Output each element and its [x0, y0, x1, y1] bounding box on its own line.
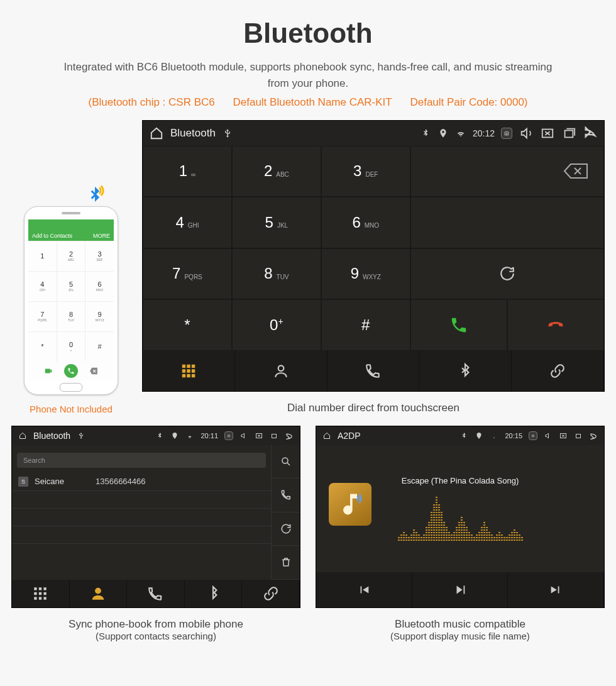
contact-initial: S: [18, 477, 28, 487]
call-button[interactable]: [410, 299, 507, 351]
tab-bluetooth[interactable]: [419, 351, 512, 391]
side-call-button[interactable]: [271, 479, 300, 512]
svg-rect-23: [35, 597, 37, 599]
dial-key-0[interactable]: 0+: [232, 299, 321, 351]
search-input[interactable]: Search: [17, 453, 266, 468]
phone-key: 7PQRS: [28, 302, 57, 331]
svg-point-12: [278, 365, 283, 371]
side-search-button[interactable]: [271, 445, 300, 479]
back-icon[interactable]: [589, 431, 598, 440]
phonebook-screen: Bluetooth 20:11 Search S Seicane: [11, 426, 300, 608]
phone-key: 8TUV: [57, 302, 86, 331]
svg-point-27: [532, 435, 534, 436]
side-delete-button[interactable]: [271, 546, 300, 580]
volume-icon[interactable]: [239, 431, 248, 440]
redial-button[interactable]: [410, 248, 604, 300]
svg-rect-5: [192, 365, 194, 367]
svg-rect-8: [192, 370, 194, 372]
phone-key: 3DEF: [85, 241, 114, 271]
svg-rect-21: [39, 592, 41, 595]
tab-contacts[interactable]: [235, 351, 327, 391]
dial-key-1[interactable]: 1∞: [143, 146, 232, 197]
dial-key-6[interactable]: 6MNO: [321, 197, 410, 248]
tab-pair[interactable]: [242, 580, 300, 607]
dialer-caption: Dial number direct from touchscreen: [142, 392, 605, 414]
usb-icon: [77, 431, 85, 440]
equalizer-visual: [360, 490, 561, 541]
wifi-icon: [490, 431, 498, 440]
phone-key: 1: [28, 241, 57, 271]
contact-row[interactable]: S Seicane 13566664466: [12, 473, 271, 491]
svg-rect-17: [35, 587, 37, 590]
dial-key-8[interactable]: 8TUV: [232, 248, 321, 300]
dial-key-#[interactable]: #: [321, 299, 410, 351]
tab-recent[interactable]: [127, 580, 185, 607]
contact-row-empty: [12, 544, 271, 562]
status-time: 20:11: [201, 432, 218, 440]
screenshot-icon[interactable]: [501, 128, 512, 139]
backspace-icon: [89, 367, 98, 375]
phone-header-left: Add to Contacts: [32, 233, 72, 239]
svg-rect-9: [182, 374, 185, 377]
dialer-screen: Bluetooth 20:12 1∞2ABC3DEF4GHI5JKL6MNO7P…: [142, 120, 605, 392]
hangup-button[interactable]: [507, 299, 604, 351]
svg-rect-20: [35, 592, 37, 595]
tab-pair[interactable]: [512, 351, 604, 391]
svg-rect-7: [187, 370, 190, 372]
album-art-icon: [329, 483, 371, 526]
svg-rect-11: [192, 374, 194, 377]
volume-icon[interactable]: [544, 431, 553, 440]
phone-call-button: [64, 364, 78, 378]
svg-rect-25: [44, 597, 47, 599]
dial-key-2[interactable]: 2ABC: [232, 146, 321, 197]
tab-contacts[interactable]: [70, 580, 128, 607]
contact-row-empty: [12, 509, 271, 526]
dial-key-9[interactable]: 9WXYZ: [321, 248, 410, 300]
back-icon[interactable]: [285, 431, 294, 440]
recent-apps-icon[interactable]: [270, 431, 278, 440]
prev-button[interactable]: [316, 572, 412, 607]
backspace-icon[interactable]: [563, 163, 588, 179]
phone-mockup: Add to Contacts MORE 12ABC3DEF4GHI5JKL6M…: [11, 185, 131, 414]
dial-key-4[interactable]: 4GHI: [143, 197, 232, 248]
video-icon: [44, 367, 53, 375]
home-icon[interactable]: [149, 126, 164, 141]
phone-key: 6MNO: [85, 272, 114, 301]
play-pause-button[interactable]: [412, 572, 509, 607]
tab-keypad[interactable]: [143, 351, 235, 391]
a2dp-caption: Bluetooth music compatible: [316, 618, 605, 631]
phone-key: 5JKL: [57, 272, 86, 301]
dial-key-*[interactable]: *: [143, 299, 232, 351]
recent-apps-icon[interactable]: [574, 431, 583, 440]
dial-key-3[interactable]: 3DEF: [321, 146, 410, 197]
svg-rect-22: [44, 592, 47, 595]
close-app-icon[interactable]: [255, 431, 263, 440]
tab-keypad[interactable]: [12, 580, 70, 607]
spec-chip: (Bluetooth chip : CSR BC6: [80, 96, 222, 108]
back-icon[interactable]: [583, 126, 598, 141]
home-icon[interactable]: [18, 431, 27, 440]
screenshot-icon[interactable]: [529, 431, 537, 440]
a2dp-title: A2DP: [338, 431, 361, 441]
volume-icon[interactable]: [519, 126, 534, 141]
bluetooth-spec: (Bluetooth chip : CSR BC6 Default Blueto…: [13, 96, 603, 109]
close-app-icon[interactable]: [540, 126, 555, 141]
page-title: Bluetooth: [13, 18, 603, 49]
screenshot-icon[interactable]: [224, 431, 233, 440]
empty-cell: [410, 197, 604, 248]
tab-bluetooth[interactable]: [185, 580, 243, 607]
tab-recent[interactable]: [327, 351, 420, 391]
page-description: Integrated with BC6 Bluetooth module, su…: [57, 59, 559, 92]
home-icon[interactable]: [322, 431, 331, 440]
close-app-icon[interactable]: [559, 431, 568, 440]
side-sync-button[interactable]: [271, 512, 300, 546]
phonebook-title: Bluetooth: [33, 431, 70, 441]
svg-rect-6: [182, 370, 185, 372]
contact-row-empty: [12, 491, 271, 509]
bluetooth-status-icon: [155, 431, 164, 440]
svg-rect-29: [576, 434, 581, 438]
recent-apps-icon[interactable]: [561, 126, 576, 141]
dial-key-5[interactable]: 5JKL: [232, 197, 321, 248]
dial-key-7[interactable]: 7PQRS: [143, 248, 232, 300]
next-button[interactable]: [508, 572, 604, 607]
